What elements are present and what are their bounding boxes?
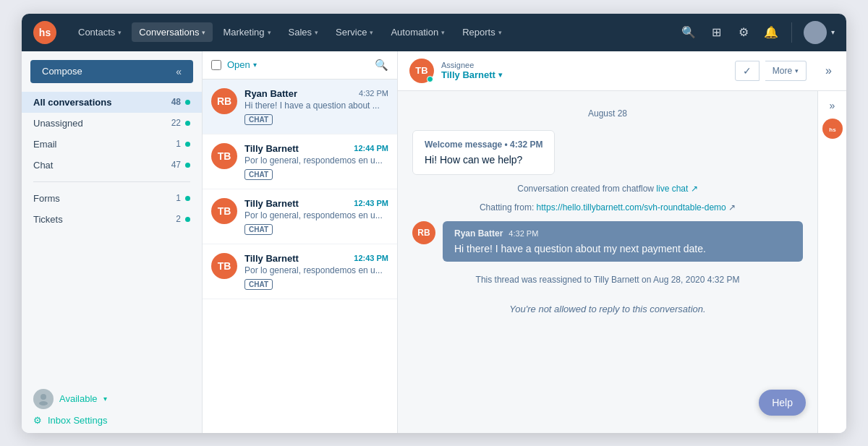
hubspot-panel-icon[interactable]: hs	[822, 119, 843, 139]
user-message-bubble: Ryan Batter 4:32 PM Hi there! I have a q…	[443, 221, 803, 262]
right-panel: » hs	[817, 91, 846, 433]
conv-body: Tilly Barnett 12:43 PM Por lo general, r…	[244, 253, 388, 290]
nav-sales[interactable]: Sales ▾	[281, 22, 326, 42]
conversation-list: Open ▾ 🔍 RB Ryan Batter 4:32 PM Hi there…	[203, 51, 398, 433]
sidebar-item-all-conversations[interactable]: All conversations 48	[22, 92, 202, 113]
status-dot	[185, 142, 190, 147]
chevron-down-icon: ▾	[498, 71, 502, 79]
hubspot-logo[interactable]: hs	[33, 21, 56, 44]
sidebar-item-email[interactable]: Email 1	[22, 134, 202, 155]
svg-text:hs: hs	[829, 126, 836, 133]
right-panel-collapse-icon[interactable]: »	[830, 100, 835, 111]
status-dot	[185, 100, 190, 105]
sidebar-item-unassigned[interactable]: Unassigned 22	[22, 113, 202, 134]
nav-automation[interactable]: Automation ▾	[383, 22, 452, 42]
gear-icon: ⚙	[33, 415, 42, 426]
avatar: RB	[211, 88, 237, 114]
messages-area: August 28 Welcome message • 4:32 PM Hi! …	[398, 91, 817, 433]
svg-text:hs: hs	[39, 27, 51, 38]
sidebar-item-forms[interactable]: Forms 1	[22, 188, 202, 209]
conversation-items: RB Ryan Batter 4:32 PM Hi there! I have …	[203, 80, 397, 433]
search-conversations-icon[interactable]: 🔍	[375, 59, 388, 72]
nav-right: 🔍 ⊞ ⚙ 🔔 ▾	[677, 21, 835, 44]
help-button[interactable]: Help	[759, 390, 806, 416]
search-icon[interactable]: 🔍	[677, 21, 700, 44]
conv-body: Ryan Batter 4:32 PM Hi there! I have a q…	[244, 88, 388, 125]
sidebar-divider	[33, 181, 190, 182]
sidebar-item-chat[interactable]: Chat 47	[22, 155, 202, 176]
chat-header: TB Assignee Tilly Barnett ▾ ✓ More ▾	[398, 51, 846, 91]
collapse-panel-icon[interactable]: »	[822, 61, 835, 80]
notifications-icon[interactable]: 🔔	[760, 21, 783, 44]
date-divider: August 28	[412, 108, 803, 119]
system-message-chatflow: Conversation created from chatflow live …	[412, 184, 803, 194]
chat-area: TB Assignee Tilly Barnett ▾ ✓ More ▾	[398, 51, 846, 433]
apps-icon[interactable]: ⊞	[705, 21, 728, 44]
nav-reports[interactable]: Reports ▾	[455, 22, 509, 42]
messages-wrapper: August 28 Welcome message • 4:32 PM Hi! …	[398, 91, 817, 433]
nav-marketing[interactable]: Marketing ▾	[216, 22, 278, 42]
chevron-down-icon: ▾	[118, 29, 122, 36]
user-avatar-small	[33, 389, 54, 409]
assignee-avatar: TB	[409, 59, 434, 83]
chatting-url-link[interactable]: https://hello.tillybarnett.com/svh-round…	[537, 202, 726, 213]
status-dot	[185, 196, 190, 201]
nav-service[interactable]: Service ▾	[328, 22, 380, 42]
status-dot	[185, 217, 190, 222]
avatar-chevron-icon[interactable]: ▾	[831, 28, 835, 36]
welcome-message-bubble: Welcome message • 4:32 PM Hi! How can we…	[412, 130, 555, 175]
collapse-icon: «	[176, 66, 182, 77]
resolve-check-button[interactable]: ✓	[735, 61, 760, 81]
conv-body: Tilly Barnett 12:44 PM Por lo general, r…	[244, 143, 388, 180]
avatar[interactable]	[804, 21, 827, 44]
conv-body: Tilly Barnett 12:43 PM Por lo general, r…	[244, 198, 388, 235]
avatar: TB	[211, 143, 237, 169]
sidebar-footer: Available ▾ ⚙ Inbox Settings	[22, 382, 202, 433]
inbox-settings-button[interactable]: ⚙ Inbox Settings	[33, 415, 190, 426]
reassign-notice: This thread was reassigned to Tilly Barn…	[412, 270, 803, 289]
svg-point-2	[41, 394, 46, 400]
nav-divider	[791, 22, 792, 43]
chevron-down-icon: ▾	[253, 61, 257, 69]
main-content: Compose « All conversations 48 Unassigne…	[22, 51, 846, 433]
list-item[interactable]: TB Tilly Barnett 12:44 PM Por lo general…	[203, 134, 397, 189]
assignee-info: Assignee Tilly Barnett ▾	[441, 61, 728, 80]
list-item[interactable]: RB Ryan Batter 4:32 PM Hi there! I have …	[203, 80, 397, 134]
chevron-down-icon: ▾	[795, 67, 799, 74]
svg-point-3	[39, 401, 48, 406]
status-dot	[185, 163, 190, 168]
live-chat-link[interactable]: live chat ↗	[656, 184, 697, 194]
nav-items: Contacts ▾ Conversations ▾ Marketing ▾ S…	[71, 22, 677, 42]
nav-contacts[interactable]: Contacts ▾	[71, 22, 129, 42]
system-message-chatting: Chatting from: https://hello.tillybarnet…	[412, 202, 803, 213]
more-options-button[interactable]: More ▾	[765, 61, 807, 81]
settings-icon[interactable]: ⚙	[732, 21, 755, 44]
chevron-down-icon: ▾	[370, 29, 373, 36]
chevron-down-icon: ▾	[498, 29, 502, 36]
avatar: TB	[211, 253, 237, 279]
top-nav: hs Contacts ▾ Conversations ▾ Marketing …	[22, 14, 846, 51]
assignee-name[interactable]: Tilly Barnett ▾	[441, 69, 728, 80]
nav-conversations[interactable]: Conversations ▾	[132, 22, 213, 42]
chat-header-actions: ✓ More ▾	[735, 61, 807, 81]
list-item[interactable]: TB Tilly Barnett 12:43 PM Por lo general…	[203, 189, 397, 244]
chevron-down-icon: ▾	[268, 29, 271, 36]
avatar: TB	[211, 198, 237, 224]
sidebar: Compose « All conversations 48 Unassigne…	[22, 51, 203, 433]
chevron-down-icon: ▾	[315, 29, 318, 36]
list-item[interactable]: TB Tilly Barnett 12:43 PM Por lo general…	[203, 244, 397, 299]
open-filter-dropdown[interactable]: Open ▾	[227, 59, 257, 70]
user-message-row: RB Ryan Batter 4:32 PM Hi there! I have …	[412, 221, 803, 262]
available-status-button[interactable]: Available ▾	[33, 389, 190, 409]
sidebar-nav: All conversations 48 Unassigned 22 Email…	[22, 89, 202, 382]
chevron-down-icon: ▾	[103, 395, 107, 403]
status-dot	[185, 121, 190, 126]
no-reply-notice: You're not allowed to reply to this conv…	[412, 298, 803, 320]
user-message-avatar: RB	[412, 221, 435, 244]
select-all-checkbox[interactable]	[211, 60, 221, 70]
compose-button[interactable]: Compose «	[30, 60, 193, 83]
chevron-down-icon: ▾	[202, 29, 205, 36]
status-dot	[427, 76, 433, 82]
chevron-down-icon: ▾	[441, 29, 445, 36]
sidebar-item-tickets[interactable]: Tickets 2	[22, 209, 202, 230]
